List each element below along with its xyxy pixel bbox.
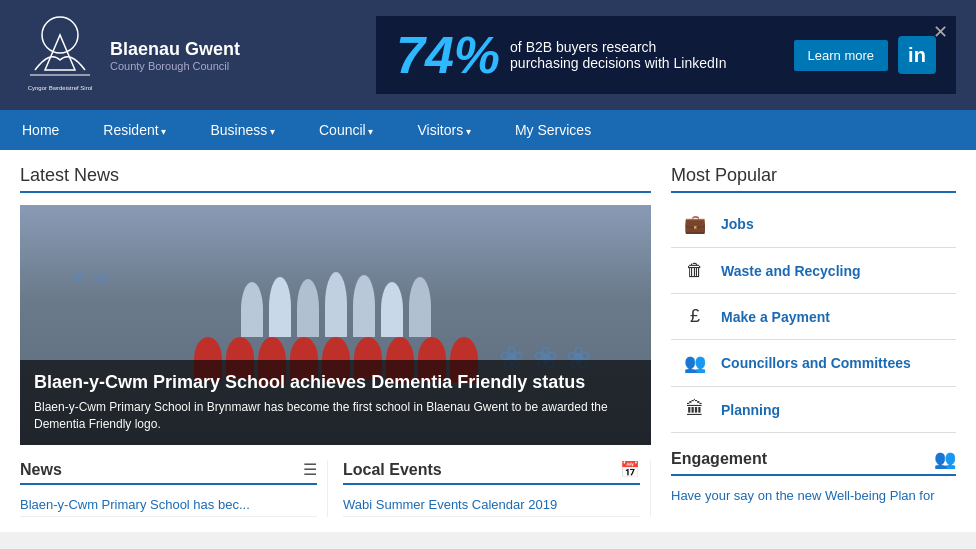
- people-icon: 👥: [681, 352, 709, 374]
- news-headline: Blaen-y-Cwm Primary School achieves Deme…: [34, 372, 637, 393]
- sidebar-item-planning[interactable]: 🏛 Planning: [671, 387, 956, 433]
- main-content: Latest News: [0, 150, 976, 532]
- nav-business[interactable]: Business: [188, 110, 297, 150]
- logo-area: Cyngor Bwrdeistref Sirol Blaenau Gwent C…: [20, 15, 240, 95]
- building-icon: 🏛: [681, 399, 709, 420]
- latest-news-title: Latest News: [20, 165, 651, 193]
- main-nav: Home Resident Business Council Visitors …: [0, 110, 976, 150]
- news-sub-section: News ☰ Blaen-y-Cwm Primary School has be…: [20, 460, 328, 517]
- engagement-title-row: Engagement 👥: [671, 448, 956, 476]
- nav-council[interactable]: Council: [297, 110, 395, 150]
- logo-sub-name: County Borough Council: [110, 60, 240, 72]
- svg-text:Cyngor Bwrdeistref Sirol: Cyngor Bwrdeistref Sirol: [28, 85, 93, 91]
- news-section: Latest News: [20, 165, 651, 517]
- most-popular-title: Most Popular: [671, 165, 956, 193]
- events-sub-title-row: Local Events 📅: [343, 460, 640, 485]
- news-overlay: Blaen-y-Cwm Primary School achieves Deme…: [20, 360, 651, 445]
- news-sub-title-row: News ☰: [20, 460, 317, 485]
- nav-my-services[interactable]: My Services: [493, 110, 613, 150]
- ad-line2: purchasing decisions with LinkedIn: [510, 55, 783, 71]
- ad-percent: 74%: [396, 25, 500, 85]
- sidebar-waste-label: Waste and Recycling: [721, 263, 861, 279]
- logo-svg: Cyngor Bwrdeistref Sirol: [20, 15, 100, 95]
- news-image-container[interactable]: ❀ ❀ ❀ ❀ ❀ Blaen-y-Cwm Primary School ach…: [20, 205, 651, 445]
- ad-learn-more-button[interactable]: Learn more: [794, 40, 888, 71]
- sidebar-item-councillors[interactable]: 👥 Councillors and Committees: [671, 340, 956, 387]
- calendar-icon: 📅: [620, 460, 640, 479]
- bottom-sections-row: News ☰ Blaen-y-Cwm Primary School has be…: [20, 460, 651, 517]
- sidebar-payment-label: Make a Payment: [721, 309, 830, 325]
- nav-home[interactable]: Home: [0, 110, 81, 150]
- events-sub-title: Local Events: [343, 461, 442, 479]
- news-description: Blaen-y-Cwm Primary School in Brynmawr h…: [34, 399, 637, 433]
- sidebar-planning-label: Planning: [721, 402, 780, 418]
- ad-line1: of B2B buyers research: [510, 39, 783, 55]
- nav-resident[interactable]: Resident: [81, 110, 188, 150]
- pound-icon: £: [681, 306, 709, 327]
- ad-text-block: of B2B buyers research purchasing decisi…: [510, 39, 783, 71]
- engagement-title: Engagement: [671, 450, 767, 468]
- sidebar: Most Popular 💼 Jobs 🗑 Waste and Recyclin…: [671, 165, 956, 517]
- news-item[interactable]: Blaen-y-Cwm Primary School has bec...: [20, 493, 317, 517]
- nav-visitors[interactable]: Visitors: [395, 110, 492, 150]
- logo-main-name: Blaenau Gwent: [110, 39, 240, 60]
- events-sub-section: Local Events 📅 Wabi Summer Events Calend…: [343, 460, 651, 517]
- news-sub-title: News: [20, 461, 62, 479]
- news-list-icon: ☰: [303, 460, 317, 479]
- ad-banner: 74% of B2B buyers research purchasing de…: [376, 16, 956, 94]
- linkedin-icon: in: [898, 36, 936, 74]
- sidebar-item-waste[interactable]: 🗑 Waste and Recycling: [671, 248, 956, 294]
- engagement-people-icon: 👥: [934, 448, 956, 470]
- header: Cyngor Bwrdeistref Sirol Blaenau Gwent C…: [0, 0, 976, 110]
- trash-icon: 🗑: [681, 260, 709, 281]
- logo-text: Blaenau Gwent County Borough Council: [110, 39, 240, 72]
- sidebar-item-jobs[interactable]: 💼 Jobs: [671, 201, 956, 248]
- ad-close-button[interactable]: ✕: [933, 21, 948, 43]
- engagement-section: Engagement 👥 Have your say on the new We…: [671, 448, 956, 507]
- engagement-text: Have your say on the new Well-being Plan…: [671, 484, 956, 507]
- sidebar-councillors-label: Councillors and Committees: [721, 355, 911, 371]
- event-item[interactable]: Wabi Summer Events Calendar 2019: [343, 493, 640, 517]
- sidebar-item-payment[interactable]: £ Make a Payment: [671, 294, 956, 340]
- sidebar-jobs-label: Jobs: [721, 216, 754, 232]
- briefcase-icon: 💼: [681, 213, 709, 235]
